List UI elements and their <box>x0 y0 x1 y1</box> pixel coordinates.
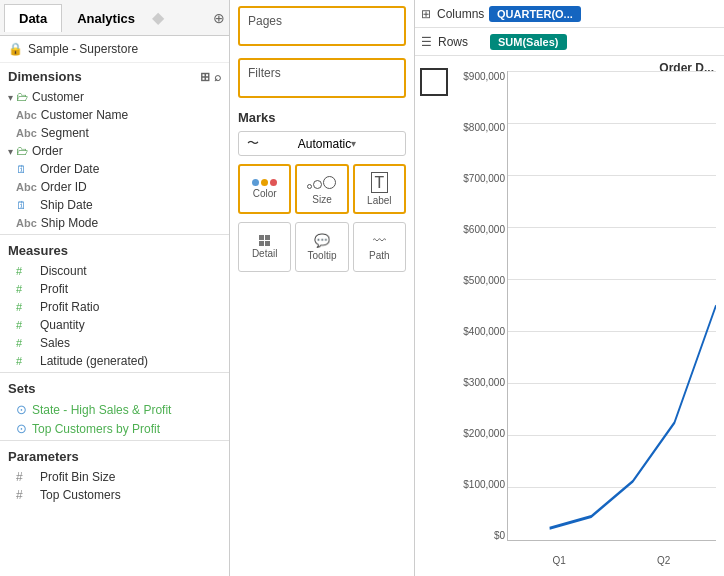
dot-orange <box>261 179 268 186</box>
dimensions-grid-icon[interactable]: ⊞ <box>200 70 210 84</box>
ship-date-label: Ship Date <box>40 198 221 212</box>
item-profit-ratio[interactable]: # Profit Ratio <box>0 298 229 316</box>
item-top-customers[interactable]: ⊙ Top Customers by Profit <box>0 419 229 438</box>
y-label-800k: $800,000 <box>463 122 505 133</box>
pages-label: Pages <box>248 14 396 28</box>
folder-customer-icon: 🗁 <box>16 90 28 104</box>
marks-detail-btn[interactable]: Detail <box>238 222 291 272</box>
marks-wave-icon: 〜 <box>247 135 293 152</box>
chart-content <box>507 71 716 541</box>
item-ship-mode[interactable]: Abc Ship Mode <box>0 214 229 232</box>
di4 <box>265 241 270 246</box>
datasource-icon: 🔒 <box>8 42 23 56</box>
set-icon-state: ⊙ <box>16 402 27 417</box>
size-label: Size <box>312 194 331 205</box>
marks-type-dropdown[interactable]: 〜 Automatic ▾ <box>238 131 406 156</box>
group-order[interactable]: ▾ 🗁 Order <box>0 142 229 160</box>
abc-icon-order-id: Abc <box>16 181 37 193</box>
rows-shelf-icon: ☰ <box>421 35 432 49</box>
tab-data[interactable]: Data <box>4 4 62 32</box>
tabs-bar: Data Analytics ◆ ⊕ <box>0 0 229 36</box>
top-customers-label: Top Customers by Profit <box>32 422 160 436</box>
dot-blue <box>252 179 259 186</box>
y-label-400k: $400,000 <box>463 326 505 337</box>
line-chart-svg <box>508 71 716 540</box>
item-discount[interactable]: # Discount <box>0 262 229 280</box>
pages-shelf[interactable]: Pages <box>238 6 406 46</box>
item-sales[interactable]: # Sales <box>0 334 229 352</box>
item-profit-bin-size[interactable]: # Profit Bin Size <box>0 468 229 486</box>
hash-icon-discount: # <box>16 265 36 277</box>
label-icon: T <box>371 172 389 193</box>
di2 <box>265 235 270 240</box>
dimensions-search-icon[interactable]: ⌕ <box>214 70 221 84</box>
marks-grid-bottom: Detail 💬 Tooltip 〰 Path <box>238 222 406 272</box>
path-label: Path <box>369 250 390 261</box>
marks-color-btn[interactable]: Color <box>238 164 291 214</box>
set-icon-top-customers: ⊙ <box>16 421 27 436</box>
item-order-id[interactable]: Abc Order ID <box>0 178 229 196</box>
rows-pill[interactable]: SUM(Sales) <box>490 34 567 50</box>
hash-icon-sales: # <box>16 337 36 349</box>
parameters-header: Parameters <box>0 443 229 468</box>
marks-tooltip-btn[interactable]: 💬 Tooltip <box>295 222 348 272</box>
marks-label-btn[interactable]: T Label <box>353 164 406 214</box>
columns-pill[interactable]: QUARTER(O... <box>489 6 581 22</box>
filters-shelf[interactable]: Filters <box>238 58 406 98</box>
y-label-500k: $500,000 <box>463 275 505 286</box>
calendar-icon-ship-date: 🗓 <box>16 199 36 211</box>
rows-shelf-label: Rows <box>438 35 488 49</box>
chart-area: Order D... $900,000 $800,000 $700,000 $6… <box>415 56 724 576</box>
top-customers-param-label: Top Customers <box>40 488 121 502</box>
marks-path-btn[interactable]: 〰 Path <box>353 222 406 272</box>
measures-header: Measures <box>0 237 229 262</box>
x-label-q2: Q2 <box>657 555 670 566</box>
hash-icon-latitude: # <box>16 355 36 367</box>
y-label-700k: $700,000 <box>463 173 505 184</box>
item-state-high-sales[interactable]: ⊙ State - High Sales & Profit <box>0 400 229 419</box>
size-circle-small <box>307 184 312 189</box>
hash-icon-quantity: # <box>16 319 36 331</box>
color-label: Color <box>253 188 277 199</box>
label-label: Label <box>367 195 391 206</box>
tooltip-icon: 💬 <box>314 233 330 248</box>
measures-label: Measures <box>8 243 68 258</box>
item-latitude[interactable]: # Latitude (generated) <box>0 352 229 370</box>
focus-frame-inner <box>438 86 448 96</box>
di1 <box>259 235 264 240</box>
group-order-label: Order <box>32 144 63 158</box>
calendar-icon-order-date: 🗓 <box>16 163 36 175</box>
item-segment[interactable]: Abc Segment <box>0 124 229 142</box>
tab-analytics[interactable]: Analytics <box>62 4 150 32</box>
size-icon <box>313 174 331 192</box>
item-profit[interactable]: # Profit <box>0 280 229 298</box>
x-axis: Q1 Q2 <box>507 555 716 566</box>
sidebar-content: Dimensions ⊞ ⌕ ▾ 🗁 Customer Abc Customer… <box>0 63 229 576</box>
marks-title: Marks <box>238 110 406 125</box>
size-circle-large <box>323 176 336 189</box>
discount-label: Discount <box>40 264 221 278</box>
tab-options-icon[interactable]: ⊕ <box>213 10 225 26</box>
y-label-200k: $200,000 <box>463 428 505 439</box>
hash-icon-profit: # <box>16 283 36 295</box>
quantity-label: Quantity <box>40 318 221 332</box>
tooltip-label: Tooltip <box>308 250 337 261</box>
sets-header: Sets <box>0 375 229 400</box>
item-order-date[interactable]: 🗓 Order Date <box>0 160 229 178</box>
item-ship-date[interactable]: 🗓 Ship Date <box>0 196 229 214</box>
right-panel: ⊞ Columns QUARTER(O... ☰ Rows SUM(Sales)… <box>415 0 724 576</box>
sets-label: Sets <box>8 381 35 396</box>
middle-panel: Pages Filters Marks 〜 Automatic ▾ <box>230 0 415 576</box>
abc-icon-ship-mode: Abc <box>16 217 37 229</box>
item-customer-name[interactable]: Abc Customer Name <box>0 106 229 124</box>
order-date-label: Order Date <box>40 162 221 176</box>
group-customer[interactable]: ▾ 🗁 Customer <box>0 88 229 106</box>
hash-icon-profit-bin: # <box>16 470 36 484</box>
abc-icon-customer-name: Abc <box>16 109 37 121</box>
item-top-customers-param[interactable]: # Top Customers <box>0 486 229 504</box>
item-quantity[interactable]: # Quantity <box>0 316 229 334</box>
chevron-order: ▾ <box>8 146 13 157</box>
marks-size-btn[interactable]: Size <box>295 164 348 214</box>
chevron-customer: ▾ <box>8 92 13 103</box>
abc-icon-segment: Abc <box>16 127 37 139</box>
